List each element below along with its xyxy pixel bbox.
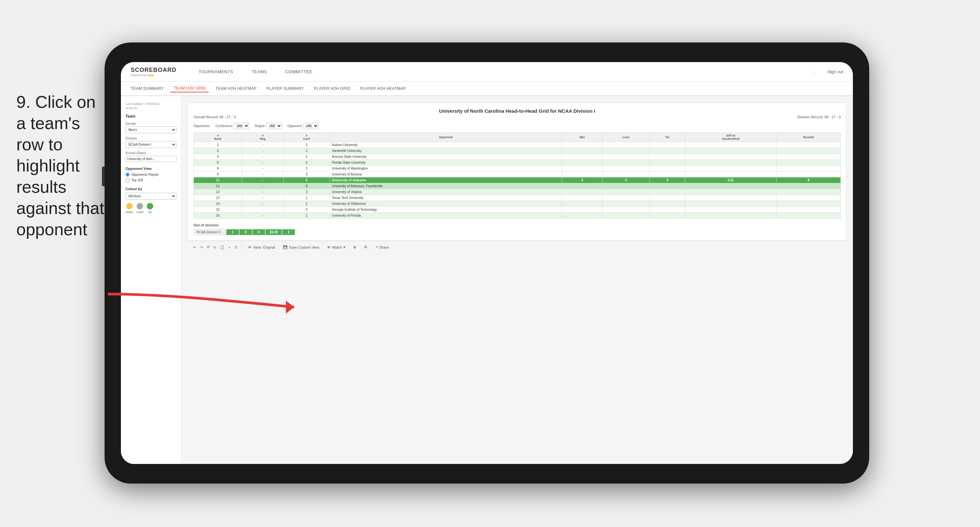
- table-row[interactable]: 3 - 2 Vanderbilt University: [194, 148, 841, 154]
- cell-opponent: University of Alabama: [330, 177, 562, 183]
- sub-nav-player-h2h-grid[interactable]: PLAYER H2H GRID: [310, 85, 353, 92]
- out-div-label: NCAA Division II: [194, 229, 226, 235]
- copy-icon[interactable]: ⎘: [214, 245, 216, 249]
- view-original-btn[interactable]: 👁 View: Original: [246, 244, 277, 250]
- legend-up: Up: [147, 203, 153, 214]
- cell-reg: -: [242, 195, 284, 201]
- table-row[interactable]: 11 - 6 University of Arkansas, Fayettevi…: [194, 183, 841, 189]
- cell-rank: 2: [194, 142, 242, 148]
- out-div-win: 1: [226, 229, 239, 235]
- cell-tie: [650, 166, 685, 172]
- cell-rank: 9: [194, 172, 242, 177]
- nav-tournaments[interactable]: TOURNAMENTS: [196, 68, 236, 75]
- save-custom-view-btn[interactable]: 💾 Save Custom View: [281, 244, 321, 250]
- cell-loss: [603, 148, 650, 154]
- watch-btn[interactable]: 👁 Watch ▾: [325, 244, 347, 250]
- paste-icon[interactable]: 📋: [220, 245, 224, 249]
- sidebar: Last Updated: 27/03/2024 16:55:38 Team G…: [121, 96, 181, 464]
- col-opponent: Opponent: [330, 133, 562, 142]
- cell-opponent: University of Oklahoma: [330, 201, 562, 207]
- top-nav: SCOREBOARD Powered by clipp TOURNAMENTS …: [121, 62, 853, 82]
- cell-conf: 2: [283, 160, 330, 166]
- cell-rounds: [776, 183, 841, 189]
- table-row[interactable]: 13 - 1 Texas Tech University: [194, 195, 841, 201]
- table-row[interactable]: 14 - 2 University of Oklahoma: [194, 201, 841, 207]
- logo-brand: clipp: [147, 73, 154, 77]
- radio-opponents-played[interactable]: Opponents Played: [126, 172, 177, 177]
- cell-loss: [603, 195, 650, 201]
- out-of-division-row[interactable]: NCAA Division II 1 0 0 26.00 3: [194, 229, 841, 235]
- col-diff: Diff AvStrokes/Rnd: [685, 133, 776, 142]
- table-row[interactable]: 2 - 1 Auburn University: [194, 142, 841, 148]
- col-loss: Loss: [603, 133, 650, 142]
- cell-rank: 15: [194, 207, 242, 213]
- table-row[interactable]: 16 - 1 University of Florida: [194, 213, 841, 218]
- add-icon[interactable]: +: [228, 245, 231, 249]
- table-row[interactable]: 4 - 1 Arizona State University: [194, 154, 841, 160]
- cell-loss: [603, 160, 650, 166]
- table-row[interactable]: 8 - 2 University of Washington: [194, 166, 841, 172]
- gender-label: Gender: [126, 122, 177, 126]
- sidebar-timestamp: Last Updated: 27/03/2024 16:55:38: [126, 102, 177, 110]
- conference-filter-select[interactable]: (All): [234, 123, 249, 129]
- legend-row: Down Level Up: [126, 203, 177, 214]
- cell-diff: [685, 201, 776, 207]
- cell-rounds: [776, 172, 841, 177]
- legend-dot-down: [126, 203, 133, 209]
- region-filter-select[interactable]: (All): [266, 123, 282, 129]
- table-row[interactable]: 6 - 2 Florida State University: [194, 160, 841, 166]
- nav-committee[interactable]: COMMITTEE: [283, 68, 315, 75]
- share-btn[interactable]: ↗ Share: [373, 244, 391, 250]
- colour-by-select[interactable]: Win/loss: [126, 193, 177, 200]
- instruction-text: 9. Click on a team's row to highlight re…: [16, 91, 108, 240]
- cell-reg: -: [242, 177, 284, 183]
- division-select[interactable]: NCAA Division I: [126, 141, 177, 148]
- cell-loss: [603, 201, 650, 207]
- cell-reg: -: [242, 189, 284, 195]
- clock-icon[interactable]: ⏱: [234, 245, 238, 249]
- table-row[interactable]: 12 - 3 University of Virginia: [194, 189, 841, 195]
- cell-opponent: University of Florida: [330, 213, 562, 218]
- legend-level: Level: [136, 203, 143, 214]
- school-input[interactable]: [126, 156, 177, 162]
- cell-opponent: Texas Tech University: [330, 195, 562, 201]
- cell-loss: [603, 166, 650, 172]
- tablet-side-button: [102, 167, 105, 186]
- settings-icon-btn[interactable]: ⚙: [362, 244, 369, 250]
- sign-out-link[interactable]: Sign out: [827, 69, 843, 74]
- cell-loss: [603, 213, 650, 218]
- cell-diff: [685, 207, 776, 213]
- cell-tie: [650, 172, 685, 177]
- sub-nav-player-h2h-heatmap[interactable]: PLAYER H2H HEATMAP: [357, 85, 409, 92]
- radio-top100[interactable]: Top 100: [126, 178, 177, 182]
- sub-nav-team-h2h-heatmap[interactable]: TEAM H2H HEATMAP: [212, 85, 260, 92]
- table-row[interactable]: 15 - 4 Georgia Institute of Technology: [194, 207, 841, 213]
- cell-conf: 1: [283, 195, 330, 201]
- cell-win: [562, 166, 602, 172]
- sub-nav-player-summary[interactable]: PLAYER SUMMARY: [263, 85, 307, 92]
- table-row[interactable]: 9 - 3 University of Arizona: [194, 172, 841, 177]
- redo-icon[interactable]: ↪: [200, 245, 203, 249]
- nav-teams[interactable]: TEAMS: [249, 68, 270, 75]
- filter-region: Region (All): [255, 123, 282, 129]
- opponent-filter-select[interactable]: (All): [303, 123, 318, 129]
- sub-nav-team-summary[interactable]: TEAM SUMMARY: [127, 85, 167, 92]
- table-row[interactable]: 11 - 5 University of Alabama 3 0 0 2.61 …: [194, 177, 841, 183]
- cell-reg: -: [242, 213, 284, 218]
- school-label: School (Rank): [126, 151, 177, 155]
- cell-rounds: [776, 148, 841, 154]
- cell-reg: -: [242, 207, 284, 213]
- cell-loss: [603, 172, 650, 177]
- division-record: Division Record: 88 - 17 - 0: [797, 115, 841, 119]
- cell-opponent: Georgia Institute of Technology: [330, 207, 562, 213]
- history-icon[interactable]: ⟳: [207, 245, 210, 249]
- grid-icon-btn[interactable]: ⊞: [351, 244, 358, 250]
- cell-diff: [685, 148, 776, 154]
- cell-rank: 4: [194, 154, 242, 160]
- cell-rank: 8: [194, 166, 242, 172]
- legend-down: Down: [126, 203, 133, 214]
- cell-conf: 1: [283, 213, 330, 218]
- sub-nav-team-h2h-grid[interactable]: TEAM H2H GRID: [170, 84, 209, 92]
- undo-icon[interactable]: ↩: [193, 245, 196, 249]
- gender-select[interactable]: Men's: [126, 126, 177, 133]
